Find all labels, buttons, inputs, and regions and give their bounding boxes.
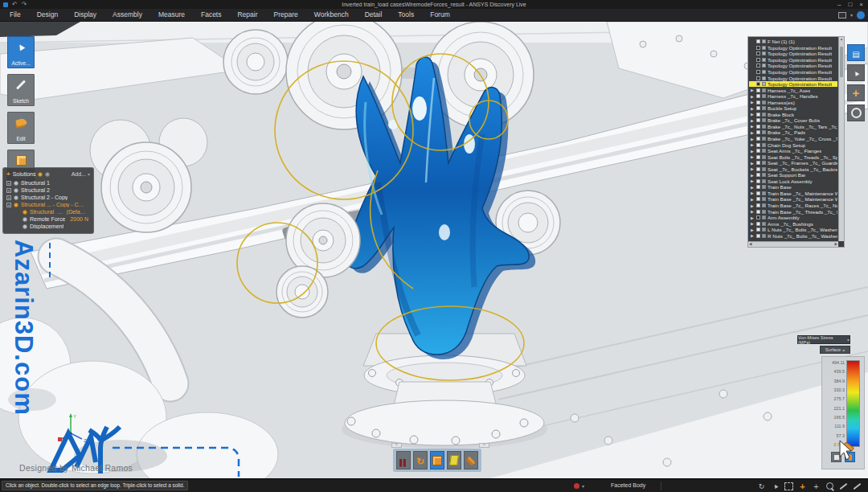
tree-row[interactable]: ▶ R Nuts _7c_ Bolts _7c_ Washers xyxy=(749,233,837,240)
visibility-checkbox[interactable] xyxy=(756,167,760,171)
tree-row[interactable]: ▶ Train Base _7c_ Maintenance Whe xyxy=(749,196,837,203)
tree-row[interactable]: ▶ Topology Optimization Result xyxy=(749,81,837,88)
solution-row[interactable]: + Structural 2 xyxy=(6,187,90,194)
tree-row[interactable]: ▶ Seat Arms _7c_ Flanges xyxy=(749,148,837,154)
visibility-checkbox[interactable] xyxy=(756,149,760,153)
expand-box-icon[interactable]: + xyxy=(6,181,11,186)
tree-row[interactable]: ▶ Arm Assembly xyxy=(749,215,837,221)
tree-row[interactable]: ▶ Harness _7c_ Handles xyxy=(749,93,837,100)
solution-row[interactable]: + Structural 2 - Copy xyxy=(6,194,90,201)
expand-arrow-icon[interactable]: ▶ xyxy=(751,124,755,129)
expand-arrow-icon[interactable]: ▶ xyxy=(751,88,755,92)
view-tool-button[interactable] xyxy=(847,44,865,61)
solution-row[interactable]: + Structural_set (Default) xyxy=(6,208,90,215)
expand-arrow-icon[interactable]: ▶ xyxy=(751,233,755,238)
mode-tool-button[interactable]: Active... xyxy=(7,36,35,68)
tree-row[interactable]: ▶ Topology Optimization Result xyxy=(749,57,837,64)
tree-row[interactable]: ▶ Seat Lock Assembly xyxy=(749,178,837,185)
expand-arrow-icon[interactable]: ▶ xyxy=(751,161,755,166)
expand-arrow-icon[interactable]: ▶ xyxy=(751,137,755,141)
menu-item[interactable]: Workbench xyxy=(306,9,357,21)
status-tool-icon[interactable] xyxy=(757,482,766,491)
add-dropdown[interactable]: Add...▾ xyxy=(72,171,90,177)
chevron-down-icon[interactable]: ▾ xyxy=(582,483,584,489)
status-tool-icon[interactable] xyxy=(798,482,807,491)
tree-row[interactable]: ▶ F Net (1) (1) xyxy=(749,39,837,45)
view-tool-button[interactable] xyxy=(847,105,865,121)
menu-item[interactable]: Forum xyxy=(422,9,458,21)
playback-button[interactable] xyxy=(396,451,411,469)
tree-row[interactable]: ▶ Topology Optimization Result xyxy=(749,75,837,81)
menu-item[interactable]: Detail xyxy=(357,9,391,21)
tree-vertical-scrollbar[interactable]: ▲ xyxy=(838,37,844,241)
menu-item[interactable]: File xyxy=(2,9,29,21)
status-indicator-icon[interactable] xyxy=(574,483,579,489)
panel-collapse-tab[interactable]: ^ xyxy=(391,443,402,448)
visibility-checkbox[interactable] xyxy=(756,179,760,183)
tree-row[interactable]: ▶ Train Base _7c_ Races _7c_ Nut xyxy=(749,203,837,209)
menu-item[interactable]: Tools xyxy=(390,9,422,21)
visibility-checkbox[interactable] xyxy=(756,125,760,129)
expand-arrow-icon[interactable]: ▶ xyxy=(751,118,755,123)
tree-row[interactable]: ▶ Brake _7c_ Cover Bolts xyxy=(749,117,837,124)
expand-arrow-icon[interactable]: ▶ xyxy=(751,106,755,111)
visibility-checkbox[interactable] xyxy=(756,82,760,86)
expand-arrow-icon[interactable]: ▶ xyxy=(751,228,755,232)
expand-arrow-icon[interactable]: ▶ xyxy=(751,154,755,159)
visibility-checkbox[interactable] xyxy=(756,113,760,117)
tree-row[interactable]: ▶ Train Base _7c_ Maintenance Whe xyxy=(749,191,837,197)
expand-arrow-icon[interactable]: ▶ xyxy=(751,178,755,183)
menu-item[interactable]: Repair xyxy=(229,9,265,21)
visibility-checkbox[interactable] xyxy=(756,39,760,43)
tree-row[interactable]: ▶ Seat Support Bar xyxy=(749,172,837,178)
expand-arrow-icon[interactable]: ▶ xyxy=(751,197,755,202)
tree-row[interactable]: ▶ Chain Dog Setup xyxy=(749,141,837,148)
visibility-checkbox[interactable] xyxy=(756,143,760,147)
panel-collapse-tab[interactable]: ^ xyxy=(479,443,489,448)
tree-row[interactable]: ▶ Topology Optimization Result xyxy=(749,63,837,69)
visibility-checkbox[interactable] xyxy=(756,137,760,141)
mode-tool-button[interactable]: Edit xyxy=(7,112,35,144)
expand-arrow-icon[interactable]: ▶ xyxy=(751,203,755,208)
visibility-checkbox[interactable] xyxy=(756,70,760,74)
status-tool-icon[interactable] xyxy=(784,482,793,491)
visibility-checkbox[interactable] xyxy=(756,215,760,219)
expand-arrow-icon[interactable]: ▶ xyxy=(751,209,755,214)
expand-arrow-icon[interactable]: ▶ xyxy=(751,130,755,135)
expand-arrow-icon[interactable]: ▶ xyxy=(751,100,755,105)
expand-arrow-icon[interactable]: ▶ xyxy=(751,166,755,171)
tree-row[interactable]: ▶ Train Base xyxy=(749,184,837,191)
status-tool-icon[interactable] xyxy=(812,482,821,491)
expand-arrow-icon[interactable]: ▶ xyxy=(751,185,755,190)
visibility-checkbox[interactable] xyxy=(756,100,760,105)
visibility-checkbox[interactable] xyxy=(756,203,760,207)
expand-arrow-icon[interactable]: ▶ xyxy=(751,173,755,178)
visibility-checkbox[interactable] xyxy=(756,46,760,50)
tree-horizontal-scrollbar[interactable]: ◀▶ xyxy=(748,241,838,247)
playback-button[interactable] xyxy=(413,451,428,469)
visibility-checkbox[interactable] xyxy=(756,130,760,134)
view-tool-button[interactable] xyxy=(847,84,865,101)
status-tool-icon[interactable] xyxy=(771,482,780,491)
display-mode-dropdown[interactable]: Surface▾ xyxy=(820,346,850,354)
tree-row[interactable]: ▶ Topology Optimization Result xyxy=(749,69,837,76)
close-button[interactable]: × xyxy=(859,1,863,8)
3d-viewport[interactable]: Y Z Azarin3D.com Designed by Michael Ram… xyxy=(0,22,868,478)
result-field-dropdown[interactable]: Von-Mises Stress (MPa)▾ xyxy=(797,335,850,344)
solution-row[interactable]: + Remote Force 2000 N xyxy=(6,215,90,223)
menu-item[interactable]: Display xyxy=(66,9,104,21)
visibility-checkbox[interactable] xyxy=(756,94,760,98)
status-tool-icon[interactable] xyxy=(853,482,862,491)
visibility-checkbox[interactable] xyxy=(756,210,760,214)
visibility-checkbox[interactable] xyxy=(756,197,760,201)
expand-arrow-icon[interactable]: ▶ xyxy=(751,149,755,154)
visibility-checkbox[interactable] xyxy=(756,118,760,122)
expand-arrow-icon[interactable]: ▶ xyxy=(751,94,755,99)
visibility-checkbox[interactable] xyxy=(756,76,760,80)
visibility-checkbox[interactable] xyxy=(756,234,760,238)
visibility-checkbox[interactable] xyxy=(756,64,760,68)
tree-row[interactable]: ▶ Seat _7c_ Frames _7c_ Guards xyxy=(749,160,837,166)
visibility-checkbox[interactable] xyxy=(756,228,760,232)
solution-row[interactable]: + Displacement xyxy=(6,223,90,230)
menu-item[interactable]: Assembly xyxy=(104,9,150,21)
